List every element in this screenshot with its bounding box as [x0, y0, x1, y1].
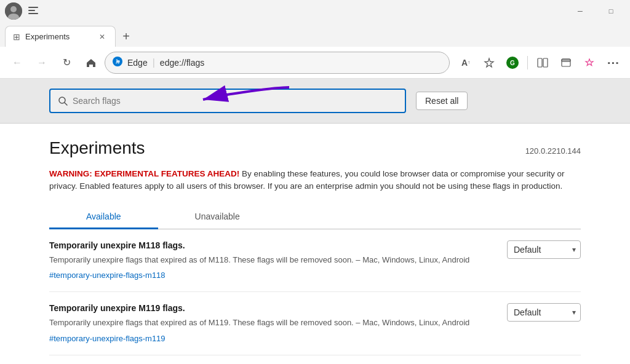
- flags-tabs: Available Unavailable: [49, 205, 581, 229]
- svg-rect-6: [538, 58, 542, 67]
- sidebar-toggle-button[interactable]: [25, 2, 42, 20]
- svg-rect-9: [562, 59, 570, 61]
- nav-actions: A↑ G: [455, 52, 624, 74]
- main-content: Experiments 120.0.2210.144 WARNING: EXPE…: [0, 124, 630, 364]
- warning-box: WARNING: EXPERIMENTAL FEATURES AHEAD! By…: [49, 168, 581, 193]
- flag-link-m119[interactable]: #temporary-unexpire-flags-m119: [49, 334, 165, 343]
- refresh-button[interactable]: ↻: [55, 52, 78, 74]
- address-bar[interactable]: Edge | edge://flags: [105, 52, 450, 74]
- tab-icon: ⊞: [13, 32, 20, 42]
- svg-text:G: G: [510, 60, 515, 66]
- window-controls: ─ □: [566, 2, 625, 20]
- address-brand: Edge: [127, 58, 148, 68]
- page-title: Experiments: [49, 138, 145, 158]
- search-box[interactable]: [49, 89, 406, 113]
- read-aloud-button[interactable]: A↑: [455, 52, 477, 74]
- flag-select-m119[interactable]: Default Enabled Disabled: [507, 303, 581, 322]
- new-tab-button[interactable]: +: [116, 26, 137, 47]
- split-screen-button[interactable]: [532, 52, 554, 74]
- tab-bar: ⊞ Experiments ✕ +: [0, 22, 630, 47]
- avatar[interactable]: [5, 2, 22, 20]
- maximize-button[interactable]: □: [597, 2, 625, 20]
- home-button[interactable]: [80, 52, 102, 74]
- divider: [527, 56, 528, 69]
- flag-select-wrapper-m119: Default Enabled Disabled: [507, 303, 581, 322]
- tab-available[interactable]: Available: [49, 205, 158, 229]
- warning-red-text: WARNING: EXPERIMENTAL FEATURES AHEAD!: [49, 169, 239, 178]
- address-url: edge://flags: [160, 58, 204, 68]
- svg-point-1: [10, 6, 17, 12]
- flag-item-m119: Temporarily unexpire M119 flags. Tempora…: [49, 292, 581, 355]
- flag-info-m118: Temporarily unexpire M118 flags. Tempora…: [49, 240, 495, 281]
- flag-select-wrapper-m118: Default Enabled Disabled: [507, 240, 581, 259]
- nav-bar: ← → ↻ Edge | edge://flags A↑ G: [0, 47, 630, 79]
- flag-item-m118: Temporarily unexpire M118 flags. Tempora…: [49, 229, 581, 293]
- svg-line-11: [65, 103, 67, 105]
- reset-all-button[interactable]: Reset all: [416, 92, 468, 110]
- collections-button[interactable]: [578, 52, 600, 74]
- search-input[interactable]: [73, 96, 397, 106]
- svg-rect-7: [543, 58, 548, 67]
- favorites-button[interactable]: [478, 52, 500, 74]
- more-menu-button[interactable]: ⋯: [602, 52, 624, 74]
- back-button[interactable]: ←: [6, 52, 28, 74]
- sidebar-icon: [28, 7, 38, 15]
- search-icon: [58, 96, 68, 106]
- title-bar-left: [5, 2, 42, 20]
- flag-title-m119: Temporarily unexpire M119 flags.: [49, 303, 495, 313]
- flag-select-m118[interactable]: Default Enabled Disabled: [507, 240, 581, 259]
- tab-close-button[interactable]: ✕: [97, 31, 108, 42]
- page-title-row: Experiments 120.0.2210.144: [49, 138, 581, 158]
- search-area: Reset all: [0, 79, 630, 124]
- tab-unavailable[interactable]: Unavailable: [158, 205, 277, 229]
- minimize-button[interactable]: ─: [566, 2, 594, 20]
- flag-info-m119: Temporarily unexpire M119 flags. Tempora…: [49, 303, 495, 344]
- active-tab[interactable]: ⊞ Experiments ✕: [5, 26, 116, 47]
- profile-button[interactable]: G: [501, 52, 524, 74]
- browser-essentials-button[interactable]: [555, 52, 577, 74]
- flag-title-m118: Temporarily unexpire M118 flags.: [49, 240, 495, 250]
- address-separator: |: [153, 57, 155, 68]
- page-content: Reset all Experiments 120.0.2210.144 WAR…: [0, 79, 630, 364]
- edge-logo-icon: [113, 57, 122, 68]
- flag-desc-m119: Temporarily unexpire flags that expired …: [49, 317, 495, 329]
- flag-desc-m118: Temporarily unexpire flags that expired …: [49, 254, 495, 266]
- title-bar: ─ □: [0, 0, 630, 22]
- forward-button[interactable]: →: [31, 52, 53, 74]
- flag-link-m118[interactable]: #temporary-unexpire-flags-m118: [49, 271, 165, 280]
- version-text: 120.0.2210.144: [525, 146, 581, 156]
- tab-label: Experiments: [25, 32, 70, 41]
